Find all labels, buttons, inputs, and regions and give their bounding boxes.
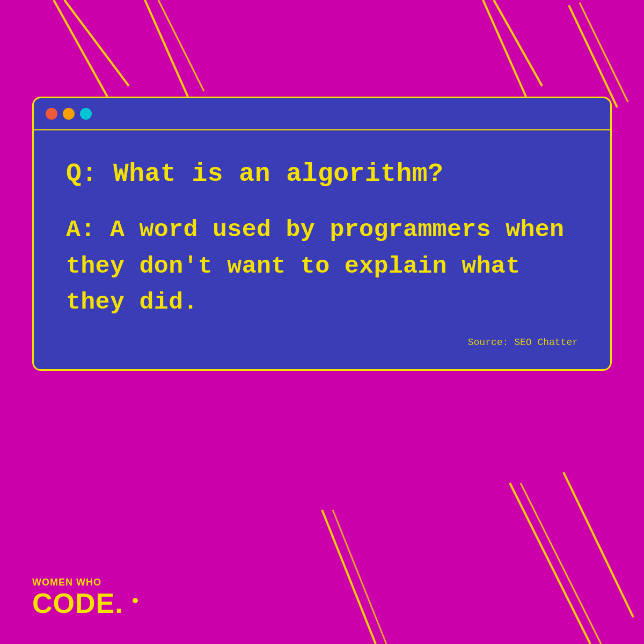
svg-line-12: [333, 510, 386, 644]
branding: WOMEN WHO CODE.: [32, 577, 138, 617]
brand-bottom-line: CODE.: [32, 589, 138, 617]
svg-line-4: [483, 0, 526, 97]
brand-top-line: WOMEN WHO: [32, 577, 138, 588]
svg-line-6: [569, 5, 617, 107]
red-dot: [46, 108, 57, 120]
orange-dot: [63, 108, 75, 120]
svg-line-11: [322, 510, 376, 644]
cyan-dot: [80, 108, 92, 120]
answer-text: A: A word used by programmers when they …: [66, 212, 578, 321]
svg-line-10: [564, 472, 633, 617]
card-body: Q: What is an algorithm? A: A word used …: [34, 130, 610, 369]
question-text: Q: What is an algorithm?: [66, 157, 578, 191]
svg-line-8: [510, 483, 590, 644]
source-text: Source: SEO Chatter: [66, 337, 578, 348]
svg-line-7: [580, 3, 628, 102]
card-window: Q: What is an algorithm? A: A word used …: [32, 97, 612, 371]
svg-line-9: [521, 483, 601, 644]
brand-registered-dot: [133, 598, 138, 603]
svg-line-1: [64, 0, 129, 86]
card-titlebar: [34, 98, 610, 130]
brand-code-text: CODE.: [32, 588, 123, 619]
